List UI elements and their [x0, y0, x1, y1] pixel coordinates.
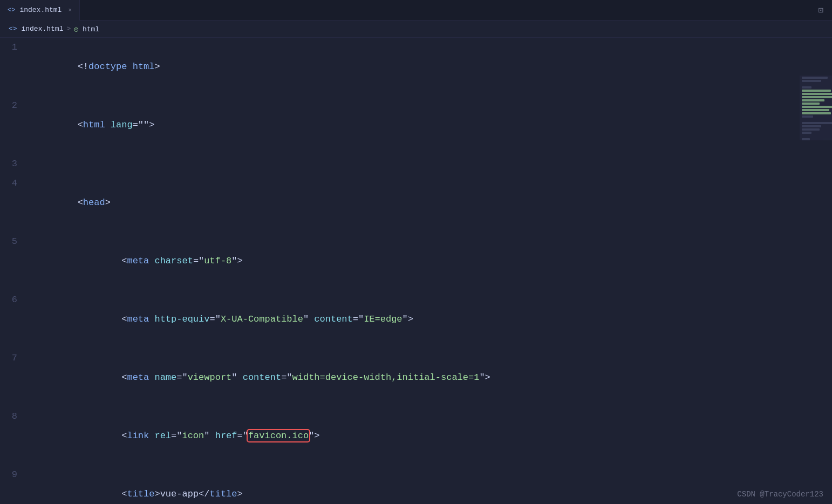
table-row: 5 <meta charset="utf-8">: [0, 232, 832, 290]
line-content-8: <link rel="icon" href="favicon.ico">: [28, 407, 832, 465]
table-row: 4 <head>: [0, 174, 832, 232]
table-row: 3: [0, 154, 832, 174]
line-num-5: 5: [0, 232, 28, 251]
line-num-4: 4: [0, 174, 28, 193]
table-row: 7 <meta name="viewport" content="width=d…: [0, 349, 832, 407]
breadcrumb-file: <> index.html: [9, 25, 63, 33]
table-row: 2 <html lang="">: [0, 96, 832, 154]
tab-filename: index.html: [19, 6, 62, 14]
line-num-9: 9: [0, 465, 28, 485]
active-tab[interactable]: <> index.html ×: [0, 0, 80, 21]
line-num-8: 8: [0, 407, 28, 426]
line-num-1: 1: [0, 38, 28, 57]
window-control[interactable]: ⊡: [809, 5, 832, 16]
watermark: CSDN @TracyCoder123: [737, 490, 823, 499]
line-num-6: 6: [0, 290, 28, 310]
table-row: 9 <title>vue-app</title>: [0, 465, 832, 504]
editor[interactable]: 1 <!doctype html> 2 <html lang=""> 3 4 <…: [0, 38, 832, 504]
line-num-7: 7: [0, 349, 28, 368]
line-num-3: 3: [0, 154, 28, 174]
tab-bar: <> index.html × ⊡: [0, 0, 832, 21]
tab-close-button[interactable]: ×: [68, 7, 72, 13]
code-lines: 1 <!doctype html> 2 <html lang=""> 3 4 <…: [0, 38, 832, 504]
line-content-2: <html lang="">: [28, 96, 832, 154]
breadcrumb-section: ◎ html: [74, 25, 99, 33]
line-content-1: <!doctype html>: [28, 38, 832, 96]
line-content-4: <head>: [28, 174, 832, 232]
breadcrumb-sep1: >: [66, 25, 71, 33]
breadcrumb: <> index.html > ◎ html: [0, 21, 832, 38]
line-content-6: <meta http-equiv="X-UA-Compatible" conte…: [28, 290, 832, 349]
table-row: 8 <link rel="icon" href="favicon.ico">: [0, 407, 832, 465]
file-icon: <>: [8, 6, 15, 14]
minimap: [800, 76, 832, 140]
line-content-5: <meta charset="utf-8">: [28, 232, 832, 290]
line-content-9: <title>vue-app</title>: [28, 465, 832, 504]
line-content-7: <meta name="viewport" content="width=dev…: [28, 349, 832, 407]
table-row: 6 <meta http-equiv="X-UA-Compatible" con…: [0, 290, 832, 349]
table-row: 1 <!doctype html>: [0, 38, 832, 96]
line-num-2: 2: [0, 96, 28, 115]
